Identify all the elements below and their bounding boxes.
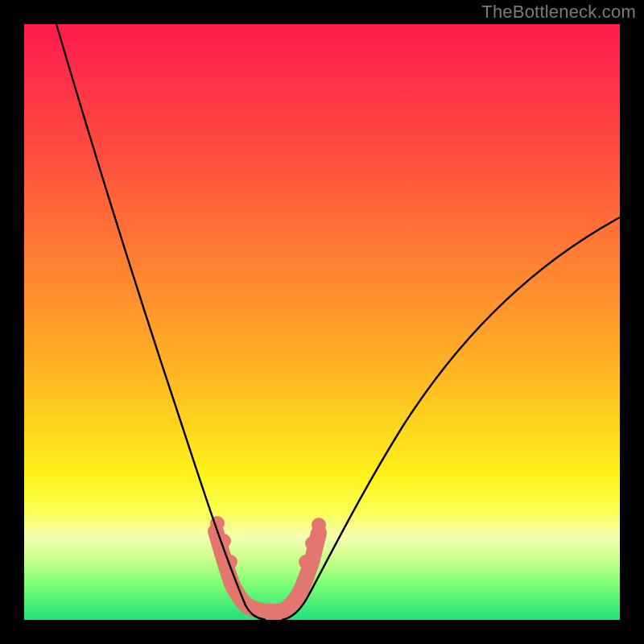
- svg-point-4: [305, 536, 320, 551]
- svg-point-3: [299, 555, 313, 569]
- curves-layer: [24, 24, 620, 620]
- svg-point-5: [312, 518, 326, 532]
- watermark-text: TheBottleneck.com: [481, 2, 636, 23]
- left-curve: [56, 24, 266, 620]
- valley-band: [210, 516, 326, 612]
- chart-stage: TheBottleneck.com: [0, 0, 644, 644]
- right-curve: [282, 217, 620, 620]
- plot-area: [24, 24, 620, 620]
